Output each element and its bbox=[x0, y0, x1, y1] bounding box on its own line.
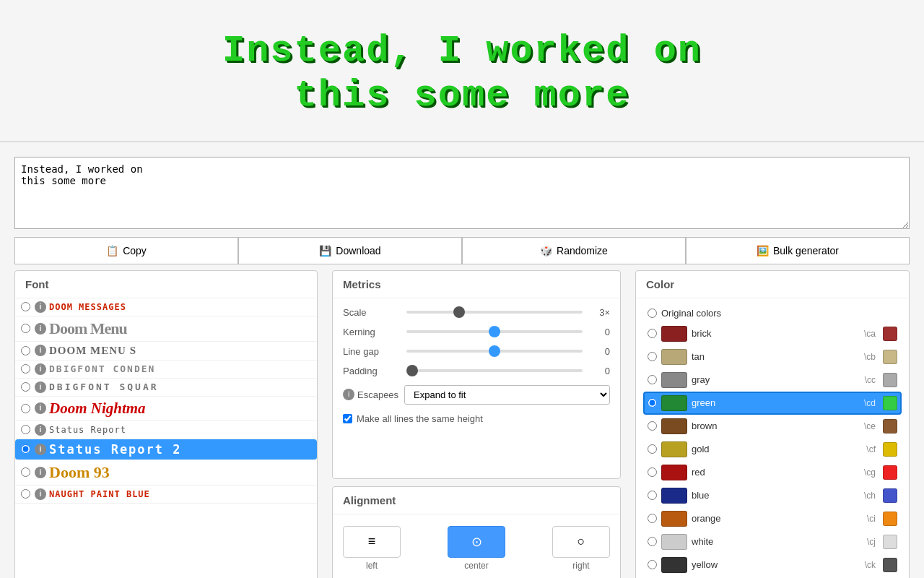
font-item-dbigfont-cond[interactable]: iDBIGFONT CONDEN bbox=[15, 361, 317, 379]
font-info-naught-paint[interactable]: i bbox=[35, 488, 46, 500]
color-item-brick[interactable]: brick\ca bbox=[643, 322, 902, 345]
color-swatch-orange bbox=[661, 511, 687, 527]
color-list: Original colorsbrick\catan\cbgray\ccgree… bbox=[636, 298, 909, 578]
color-radio-original[interactable] bbox=[648, 309, 657, 318]
color-item-gray[interactable]: gray\cc bbox=[643, 368, 902, 392]
color-item-gold[interactable]: gold\cf bbox=[643, 438, 902, 461]
copy-button[interactable]: 📋 Copy bbox=[14, 237, 238, 264]
color-radio-blue[interactable] bbox=[648, 491, 657, 500]
escapees-select[interactable]: Expand to fit Ignore Remove bbox=[404, 385, 610, 405]
font-radio-doom-messages[interactable] bbox=[21, 302, 30, 311]
alignment-body: ≡ left ⊙ center ○ right bbox=[333, 514, 620, 578]
same-height-checkbox[interactable] bbox=[343, 414, 352, 423]
color-item-original[interactable]: Original colors bbox=[643, 304, 902, 322]
page-title: Instead, I worked on this some more bbox=[14, 29, 910, 119]
font-info-doom-menu[interactable]: i bbox=[35, 323, 46, 335]
color-panel: Color Original colorsbrick\catan\cbgray\… bbox=[635, 270, 910, 578]
font-radio-status-report-2[interactable] bbox=[21, 444, 30, 454]
font-info-dbigfont-cond[interactable]: i bbox=[35, 363, 46, 375]
font-radio-doom-menu[interactable] bbox=[21, 324, 30, 333]
panels-row: Font iDOOM MESSAGESiDoom MenuiDOOM MENU … bbox=[0, 270, 924, 578]
font-preview-naught-paint: Naught Paint Blue bbox=[49, 489, 311, 499]
linegap-row: Line gap 0 bbox=[343, 346, 610, 357]
align-right-button[interactable]: ○ bbox=[552, 526, 610, 558]
font-info-status-report[interactable]: i bbox=[35, 424, 46, 436]
font-info-doom-93[interactable]: i bbox=[35, 467, 46, 478]
font-info-dbigfont-sq[interactable]: i bbox=[35, 381, 46, 393]
color-radio-red[interactable] bbox=[648, 467, 657, 477]
color-item-green[interactable]: green\cd bbox=[643, 392, 902, 415]
info-icon: i bbox=[343, 389, 354, 400]
font-info-doom-nightmare[interactable]: i bbox=[35, 402, 46, 414]
font-radio-doom-menu-s[interactable] bbox=[21, 346, 30, 355]
font-item-doom-menu[interactable]: iDoom Menu bbox=[15, 316, 317, 342]
alignment-panel: Alignment ≡ left ⊙ center ○ bbox=[332, 486, 621, 578]
font-info-doom-messages[interactable]: i bbox=[35, 301, 46, 313]
color-item-blue[interactable]: blue\ch bbox=[643, 484, 902, 507]
font-radio-doom-93[interactable] bbox=[21, 467, 30, 477]
scale-row: Scale 3× bbox=[343, 307, 610, 318]
font-item-doom-93[interactable]: iDoom 93 bbox=[15, 460, 317, 486]
font-item-doom-menu-s[interactable]: iDOOM MENU S bbox=[15, 342, 317, 361]
color-radio-brown[interactable] bbox=[648, 421, 657, 431]
font-item-status-report[interactable]: iStatus Report bbox=[15, 421, 317, 439]
scale-value: 3× bbox=[588, 307, 610, 318]
color-dot-orange bbox=[883, 512, 897, 526]
font-radio-dbigfont-cond[interactable] bbox=[21, 364, 30, 374]
font-item-doom-nightmare[interactable]: iDoom Nightma bbox=[15, 397, 317, 421]
color-swatch-blue bbox=[661, 488, 687, 504]
padding-slider[interactable] bbox=[406, 369, 583, 372]
color-item-brown[interactable]: brown\ce bbox=[643, 415, 902, 438]
color-radio-brick[interactable] bbox=[648, 329, 657, 338]
font-item-status-report-2[interactable]: iStatus Report 2 bbox=[15, 439, 317, 460]
color-radio-orange[interactable] bbox=[648, 514, 657, 523]
text-input[interactable]: Instead, I worked on this some more bbox=[14, 157, 910, 229]
align-center-button[interactable]: ⊙ bbox=[448, 526, 505, 558]
color-name-brown: brown bbox=[692, 420, 860, 431]
color-item-tan[interactable]: tan\cb bbox=[643, 345, 902, 368]
color-code-gold: \cf bbox=[866, 444, 876, 454]
font-item-dbigfont-sq[interactable]: iDBIGFONT SQUAR bbox=[15, 379, 317, 397]
metrics-panel: Metrics Scale 3× Kerning 0 Line gap 0 bbox=[332, 270, 621, 479]
color-item-red[interactable]: red\cg bbox=[643, 461, 902, 484]
color-item-yellow[interactable]: yellow\ck bbox=[643, 553, 902, 577]
align-right-option[interactable]: ○ right bbox=[552, 526, 610, 571]
align-right-label: right bbox=[572, 561, 589, 571]
scale-slider[interactable] bbox=[406, 311, 583, 314]
color-name-original: Original colors bbox=[661, 308, 897, 319]
align-left-button[interactable]: ≡ bbox=[343, 526, 401, 558]
font-item-naught-paint[interactable]: iNaught Paint Blue bbox=[15, 486, 317, 504]
color-radio-green[interactable] bbox=[648, 398, 657, 407]
font-info-status-report-2[interactable]: i bbox=[35, 444, 46, 455]
scale-label: Scale bbox=[343, 307, 401, 318]
bulk-generator-button[interactable]: 🖼️ Bulk generator bbox=[686, 237, 910, 264]
font-radio-naught-paint[interactable] bbox=[21, 489, 30, 499]
color-name-green: green bbox=[692, 397, 860, 408]
kerning-label: Kerning bbox=[343, 327, 401, 337]
color-item-white[interactable]: white\cj bbox=[643, 530, 902, 553]
font-panel: Font iDOOM MESSAGESiDoom MenuiDOOM MENU … bbox=[14, 270, 318, 578]
font-item-doom-messages[interactable]: iDOOM MESSAGES bbox=[15, 298, 317, 316]
color-item-orange[interactable]: orange\ci bbox=[643, 507, 902, 530]
color-dot-yellow bbox=[883, 558, 897, 572]
checkbox-row: Make all lines the same height bbox=[343, 413, 610, 424]
font-preview-doom-menu: Doom Menu bbox=[49, 319, 311, 338]
color-name-red: red bbox=[692, 467, 860, 478]
font-info-doom-menu-s[interactable]: i bbox=[35, 345, 46, 356]
randomize-icon: 🎲 bbox=[540, 245, 552, 256]
randomize-button[interactable]: 🎲 Randomize bbox=[462, 237, 686, 264]
color-swatch-brown bbox=[661, 418, 687, 434]
download-button[interactable]: 💾 Download bbox=[238, 237, 462, 264]
color-radio-gold[interactable] bbox=[648, 444, 657, 454]
font-radio-status-report[interactable] bbox=[21, 425, 30, 434]
align-left-option[interactable]: ≡ left bbox=[343, 526, 401, 571]
linegap-slider[interactable] bbox=[406, 350, 583, 353]
kerning-slider[interactable] bbox=[406, 330, 583, 333]
color-radio-yellow[interactable] bbox=[648, 560, 657, 569]
align-center-option[interactable]: ⊙ center bbox=[448, 526, 505, 571]
font-radio-doom-nightmare[interactable] bbox=[21, 404, 30, 413]
color-radio-tan[interactable] bbox=[648, 352, 657, 361]
font-radio-dbigfont-sq[interactable] bbox=[21, 382, 30, 392]
color-radio-white[interactable] bbox=[648, 537, 657, 546]
color-radio-gray[interactable] bbox=[648, 375, 657, 384]
